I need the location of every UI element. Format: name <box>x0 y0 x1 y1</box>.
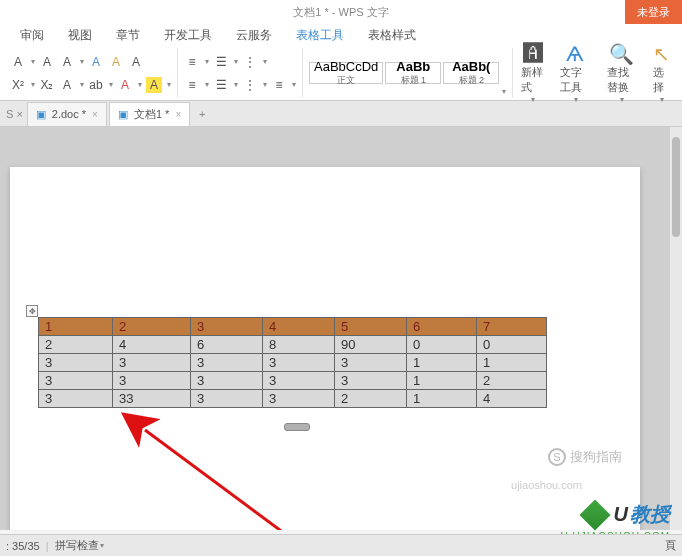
tab-doc1[interactable]: ▣ 文档1 * × <box>109 102 190 126</box>
table-cell[interactable]: 3 <box>39 372 113 390</box>
menu-cloud[interactable]: 云服务 <box>224 27 284 44</box>
watermark-sogou: S搜狗指南 <box>548 448 622 466</box>
table-cell[interactable]: 1 <box>407 354 477 372</box>
table-cell[interactable]: 90 <box>335 336 407 354</box>
text-fill-icon[interactable]: A <box>117 77 133 93</box>
table-cell[interactable]: 3 <box>263 390 335 408</box>
doc-icon: ▣ <box>118 108 128 121</box>
table-cell[interactable]: 1 <box>477 354 547 372</box>
menu-table-tools[interactable]: 表格工具 <box>284 27 356 44</box>
table-cell[interactable]: 3 <box>39 354 113 372</box>
align-icon[interactable]: ≡ <box>184 54 200 70</box>
cursor-icon: ↖ <box>653 43 670 65</box>
font-effects-icon[interactable]: A <box>59 77 75 93</box>
table-cell[interactable]: 0 <box>407 336 477 354</box>
find-icon: 🔍 <box>609 43 634 65</box>
table-cell[interactable]: 3 <box>335 354 407 372</box>
tab-prefix: S × <box>2 108 27 120</box>
vertical-scrollbar[interactable] <box>670 127 682 530</box>
tab-2doc[interactable]: ▣ 2.doc * × <box>27 102 107 126</box>
close-icon[interactable]: × <box>92 109 98 120</box>
table-cell[interactable]: 3 <box>263 354 335 372</box>
font-case-icon[interactable]: A <box>128 54 144 70</box>
table-row[interactable]: 24689000 <box>39 336 547 354</box>
text-highlight-icon[interactable]: A <box>146 77 162 93</box>
indent2-icon[interactable]: ☰ <box>213 77 229 93</box>
watermark-brand: U教授 <box>584 501 670 528</box>
font-shrink-icon[interactable]: A <box>39 54 55 70</box>
subscript-icon[interactable]: X₂ <box>39 77 55 93</box>
select-button[interactable]: ↖ 选择▾ <box>645 48 678 98</box>
menu-view[interactable]: 视图 <box>56 27 104 44</box>
document-area: ✥ 1 2 3 4 5 6 7 246890003333311333331233… <box>0 127 682 530</box>
text-tools-icon: Ѧ <box>566 43 584 65</box>
superscript-icon[interactable]: X² <box>10 77 26 93</box>
table-cell[interactable]: 3 <box>263 372 335 390</box>
table-resize-bottom[interactable] <box>284 423 310 431</box>
table-cell[interactable]: 3 <box>113 354 191 372</box>
table-cell[interactable]: 4 <box>477 390 547 408</box>
font-color-icon[interactable]: A <box>88 54 104 70</box>
table-row[interactable]: 33333214 <box>39 390 547 408</box>
scrollbar-thumb[interactable] <box>672 137 680 237</box>
table-cell[interactable]: 3 <box>39 390 113 408</box>
titlebar: 文档1 * - WPS 文字 未登录 <box>0 0 682 24</box>
table-cell[interactable]: 3 <box>335 372 407 390</box>
table-header-row: 1 2 3 4 5 6 7 <box>39 318 547 336</box>
table-cell[interactable]: 3 <box>113 372 191 390</box>
border-icon[interactable]: ≡ <box>271 77 287 93</box>
menu-table-style[interactable]: 表格样式 <box>356 27 428 44</box>
text-tools-button[interactable]: Ѧ 文字工具▾ <box>552 48 598 98</box>
close-icon[interactable]: × <box>175 109 181 120</box>
add-tab-button[interactable]: + <box>192 108 212 120</box>
menu-review[interactable]: 审阅 <box>8 27 56 44</box>
list-icon[interactable]: ⋮ <box>242 54 258 70</box>
table-cell[interactable]: 8 <box>263 336 335 354</box>
menu-chapter[interactable]: 章节 <box>104 27 152 44</box>
data-table[interactable]: 1 2 3 4 5 6 7 24689000333331133333123333… <box>38 317 547 408</box>
tabbar: S × ▣ 2.doc * × ▣ 文档1 * × + <box>0 101 682 127</box>
table-row[interactable]: 3333312 <box>39 372 547 390</box>
table-cell[interactable]: 3 <box>191 390 263 408</box>
table-cell[interactable]: 1 <box>407 390 477 408</box>
table-cell[interactable]: 1 <box>407 372 477 390</box>
spacing-icon[interactable]: ⋮ <box>242 77 258 93</box>
style-normal[interactable]: AaBbCcDd 正文 <box>309 62 383 84</box>
table-move-handle[interactable]: ✥ <box>26 305 38 317</box>
font-grow-icon[interactable]: A <box>10 54 26 70</box>
new-style-icon: 🅰 <box>523 43 543 65</box>
table-cell[interactable]: 33 <box>113 390 191 408</box>
status-spellcheck[interactable]: 拼写检查 <box>55 538 99 553</box>
watermark-site: ujiaoshou.com <box>511 479 582 491</box>
paragraph-group: ≡▾ ☰▾ ⋮▾ ≡▾ ☰▾ ⋮▾ ≡▾ <box>178 48 303 98</box>
table-cell[interactable]: 2 <box>477 372 547 390</box>
align2-icon[interactable]: ≡ <box>184 77 200 93</box>
table-cell[interactable]: 2 <box>39 336 113 354</box>
table-cell[interactable]: 3 <box>191 372 263 390</box>
table-cell[interactable]: 4 <box>113 336 191 354</box>
login-button[interactable]: 未登录 <box>625 0 682 24</box>
doc-title: 文档1 * - WPS 文字 <box>293 5 388 20</box>
statusbar: : 35/35 | 拼写检查 ▾ 頁 <box>0 534 682 556</box>
table-cell[interactable]: 0 <box>477 336 547 354</box>
style-heading1[interactable]: AaBb 标题 1 <box>385 62 441 84</box>
new-style-button[interactable]: 🅰 新样式▾ <box>513 48 552 98</box>
table-cell[interactable]: 6 <box>191 336 263 354</box>
ribbon-toolbar: A▾ A A▾ A A A X²▾ X₂ A▾ ab▾ A▾ A▾ ≡▾ ☰▾ … <box>0 46 682 101</box>
indent-icon[interactable]: ☰ <box>213 54 229 70</box>
table-cell[interactable]: 3 <box>191 354 263 372</box>
table-row[interactable]: 3333311 <box>39 354 547 372</box>
font-clear-icon[interactable]: A <box>59 54 75 70</box>
table-cell[interactable]: 2 <box>335 390 407 408</box>
styles-group: AaBbCcDd 正文 AaBb 标题 1 AaBb( 标题 2 ▾ <box>303 48 513 98</box>
find-replace-button[interactable]: 🔍 查找替换▾ <box>599 48 645 98</box>
style-heading2[interactable]: AaBb( 标题 2 <box>443 62 499 84</box>
font-group: A▾ A A▾ A A A X²▾ X₂ A▾ ab▾ A▾ A▾ <box>4 48 178 98</box>
strikethrough-icon[interactable]: ab <box>88 77 104 93</box>
doc-icon: ▣ <box>36 108 46 121</box>
menu-devtools[interactable]: 开发工具 <box>152 27 224 44</box>
highlight-icon[interactable]: A <box>108 54 124 70</box>
status-count: : 35/35 <box>6 540 40 552</box>
page-indicator-icon[interactable]: 頁 <box>665 538 676 553</box>
